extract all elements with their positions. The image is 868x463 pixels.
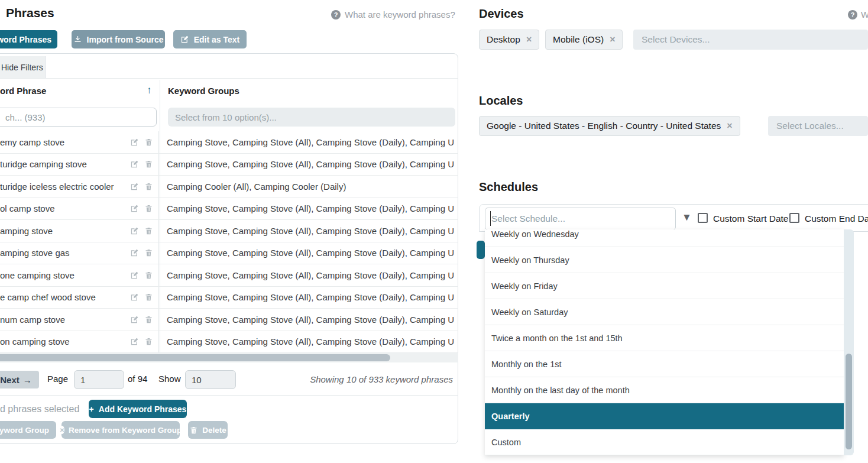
schedule-option[interactable]: Weekly on Saturday bbox=[485, 299, 844, 325]
column-header-keyword-groups[interactable]: Keyword Groups bbox=[168, 86, 239, 96]
trash-icon[interactable] bbox=[144, 271, 153, 280]
phrase-search-input[interactable] bbox=[0, 108, 157, 127]
page-count-label: of 94 bbox=[128, 374, 147, 384]
table-row: one camping stoveCamping Stove, Camping … bbox=[0, 264, 458, 287]
locales-title: Locales bbox=[479, 94, 523, 108]
trash-icon[interactable] bbox=[144, 204, 153, 213]
keyword-phrases-help[interactable]: ? What are keyword phrases? bbox=[331, 9, 458, 20]
edit-icon[interactable] bbox=[130, 138, 139, 147]
edit-icon[interactable] bbox=[130, 160, 139, 169]
next-page-button[interactable]: Next → bbox=[0, 371, 39, 388]
device-chip-label: Desktop bbox=[487, 34, 520, 45]
remove-chip-icon[interactable]: × bbox=[610, 34, 615, 45]
edit-icon[interactable] bbox=[130, 226, 139, 235]
trash-icon[interactable] bbox=[144, 182, 153, 191]
page-label: Page bbox=[47, 374, 68, 384]
schedule-option[interactable]: Monthly on the 1st bbox=[485, 351, 844, 377]
trash-icon bbox=[189, 426, 198, 435]
trash-icon[interactable] bbox=[144, 337, 153, 346]
edit-icon[interactable] bbox=[130, 182, 139, 191]
devices-title: Devices bbox=[479, 7, 524, 21]
dropdown-scrollbar-thumb[interactable] bbox=[846, 354, 852, 449]
table-row: turidge camping stoveCamping Stove, Camp… bbox=[0, 154, 458, 176]
next-label: Next bbox=[0, 375, 20, 385]
schedule-dropdown: Weekly on WednesdayWeekly on ThursdayWee… bbox=[485, 229, 844, 455]
custom-start-date-checkbox[interactable] bbox=[698, 213, 708, 223]
import-from-source-label: Import from Source bbox=[87, 35, 164, 44]
select-schedule-input[interactable] bbox=[485, 208, 676, 230]
schedule-option[interactable]: Twice a month on the 1st and 15th bbox=[485, 325, 844, 351]
keyword-phrase-cell: amping stove gas bbox=[0, 248, 130, 258]
locale-chip: Google - United States - English - Count… bbox=[479, 116, 740, 136]
table-row: e camp chef wood stoveCamping Stove, Cam… bbox=[0, 287, 458, 309]
add-keyword-phrases-footer-button[interactable]: + Add Keyword Phrases bbox=[89, 400, 187, 418]
edit-as-text-button[interactable]: Edit as Text bbox=[173, 30, 247, 48]
page-number-input[interactable] bbox=[74, 370, 124, 389]
schedules-title: Schedules bbox=[479, 180, 538, 194]
keyword-groups-cell: Camping Stove, Camping Stove (All), Camp… bbox=[158, 242, 458, 264]
delete-button[interactable]: Delete bbox=[188, 421, 228, 439]
page-title: Phrases bbox=[6, 6, 54, 20]
add-keyword-phrases-label: word Phrases bbox=[0, 35, 51, 44]
custom-start-date-label: Custom Start Date bbox=[713, 213, 789, 224]
remove-from-keyword-group-button[interactable]: ✕ Remove from Keyword Group bbox=[61, 421, 180, 439]
keyword-groups-cell: Camping Stove, Camping Stove (All), Camp… bbox=[158, 309, 458, 331]
schedule-option[interactable]: Weekly on Friday bbox=[485, 273, 844, 299]
circle-x-icon: ✕ bbox=[60, 426, 64, 434]
divider bbox=[0, 78, 458, 79]
keyword-groups-cell: Camping Stove, Camping Stove (All), Camp… bbox=[158, 198, 458, 220]
schedule-option[interactable]: Quarterly bbox=[485, 403, 844, 429]
import-from-source-button[interactable]: Import from Source bbox=[72, 30, 165, 48]
add-to-keyword-group-button[interactable]: Keyword Group bbox=[0, 421, 56, 439]
schedule-option[interactable]: Weekly on Thursday bbox=[485, 247, 844, 273]
edit-icon[interactable] bbox=[130, 271, 139, 280]
plus-icon: + bbox=[89, 404, 94, 414]
table-row: amping stove gasCamping Stove, Camping S… bbox=[0, 242, 458, 265]
keyword-groups-cell: Camping Cooler (All), Camping Cooler (Da… bbox=[158, 176, 458, 197]
hide-filters-label: Hide Filters bbox=[1, 63, 43, 72]
schedule-option[interactable]: Weekly on Wednesday bbox=[485, 229, 844, 247]
show-label: Show bbox=[158, 374, 181, 384]
chevron-down-icon[interactable]: ▼ bbox=[682, 212, 692, 224]
trash-icon[interactable] bbox=[144, 315, 153, 324]
custom-end-date-label: Custom End Date bbox=[805, 213, 868, 224]
remove-chip-icon[interactable]: × bbox=[727, 121, 732, 131]
trash-icon[interactable] bbox=[144, 138, 153, 147]
trash-icon[interactable] bbox=[144, 226, 153, 235]
divider bbox=[0, 395, 458, 396]
keyword-groups-cell: Camping Stove, Camping Stove (All), Camp… bbox=[158, 131, 458, 153]
remove-chip-icon[interactable]: × bbox=[526, 34, 532, 45]
schedule-option[interactable]: Custom bbox=[485, 429, 844, 455]
page-size-input[interactable] bbox=[185, 370, 236, 389]
keyword-table-body: emy camp stoveCamping Stove, Camping Sto… bbox=[0, 131, 458, 353]
add-keyword-phrases-footer-label: Add Keyword Phrases bbox=[99, 404, 187, 414]
device-chip: Mobile (iOS)× bbox=[545, 30, 623, 50]
edit-icon[interactable] bbox=[130, 204, 139, 213]
edit-icon[interactable] bbox=[130, 248, 139, 257]
keyword-groups-cell: Camping Stove, Camping Stove (All), Camp… bbox=[158, 331, 458, 353]
sort-ascending-icon[interactable]: ↑ bbox=[147, 85, 152, 96]
trash-icon[interactable] bbox=[144, 248, 153, 257]
devices-help[interactable]: ? W bbox=[848, 9, 868, 20]
table-row: turidge iceless electric coolerCamping C… bbox=[0, 176, 458, 198]
edit-icon[interactable] bbox=[130, 337, 139, 346]
edit-icon[interactable] bbox=[130, 293, 139, 302]
locale-chip-label: Google - United States - English - Count… bbox=[487, 121, 721, 131]
hide-filters-tab[interactable]: Hide Filters bbox=[0, 56, 46, 78]
keyword-phrase-cell: turidge iceless electric cooler bbox=[0, 182, 130, 192]
table-row: num camp stoveCamping Stove, Camping Sto… bbox=[0, 309, 458, 331]
groups-filter-input[interactable] bbox=[168, 108, 455, 127]
custom-end-date-checkbox[interactable] bbox=[789, 213, 799, 223]
select-locales-input[interactable] bbox=[768, 116, 868, 136]
select-devices-input[interactable] bbox=[633, 30, 868, 50]
keyword-groups-cell: Camping Stove, Camping Stove (All), Camp… bbox=[158, 264, 458, 286]
schedule-option[interactable]: Monthly on the last day of the month bbox=[485, 377, 844, 403]
keyword-phrase-cell: one camping stove bbox=[0, 270, 130, 280]
horizontal-scrollbar-thumb[interactable] bbox=[0, 354, 390, 361]
edit-as-text-label: Edit as Text bbox=[194, 35, 240, 44]
column-header-keyword-phrase[interactable]: ord Phrase bbox=[0, 86, 46, 96]
trash-icon[interactable] bbox=[144, 293, 153, 302]
edit-icon[interactable] bbox=[130, 315, 139, 324]
trash-icon[interactable] bbox=[144, 160, 153, 169]
add-keyword-phrases-button[interactable]: word Phrases bbox=[0, 30, 57, 48]
